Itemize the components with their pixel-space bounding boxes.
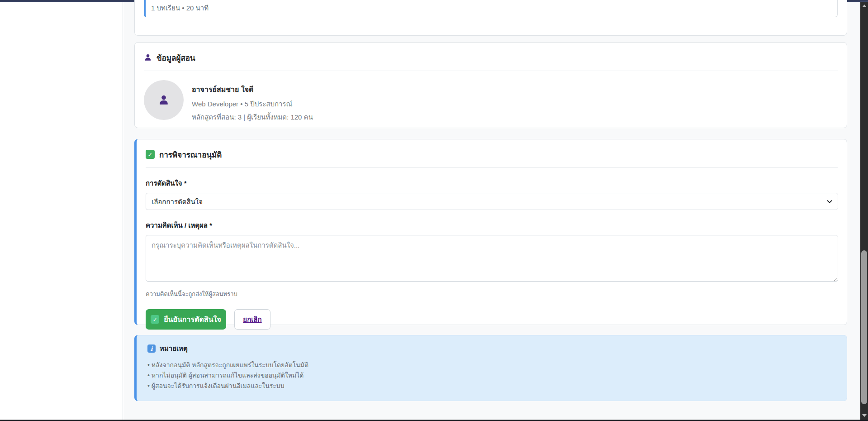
note-header: i หมายเหตุ xyxy=(147,343,836,354)
scrollbar-down-arrow[interactable] xyxy=(860,412,868,419)
course-content-card: 1 บทเรียน • 20 นาที xyxy=(134,0,847,36)
confirm-check-icon: ✓ xyxy=(151,315,159,324)
instructor-name: อาจารย์สมชาย ใจดี xyxy=(192,84,313,95)
note-item: หลังจากอนุมัติ หลักสูตรจะถูกเผยแพร่ในระบ… xyxy=(147,360,836,370)
instructor-card-header: ข้อมูลผู้สอน xyxy=(144,52,838,63)
comment-textarea[interactable] xyxy=(146,235,838,282)
avatar xyxy=(144,80,184,120)
action-buttons: ✓ ยืนยันการตัดสินใจ ยกเลิก xyxy=(146,309,838,330)
scrollbar[interactable] xyxy=(860,2,868,420)
instructor-card-title: ข้อมูลผู้สอน xyxy=(157,52,195,64)
page: 1 บทเรียน • 20 นาที ข้อมูลผู้สอน xyxy=(0,0,868,421)
instructor-subtitle: Web Developer • 5 ปีประสบการณ์ xyxy=(192,99,313,110)
note-card: i หมายเหตุ หลังจากอนุมัติ หลักสูตรจะถูกเ… xyxy=(134,335,847,401)
check-icon: ✓ xyxy=(146,150,155,159)
divider xyxy=(144,71,838,71)
instructor-info: อาจารย์สมชาย ใจดี Web Developer • 5 ปีปร… xyxy=(192,80,313,123)
approval-card: ✓ การพิจารณาอนุมัติ การตัดสินใจ * เลือกก… xyxy=(134,139,847,325)
note-title: หมายเหตุ xyxy=(160,343,188,354)
note-item: หากไม่อนุมัติ ผู้สอนสามารถแก้ไขและส่งขออ… xyxy=(147,370,836,381)
lesson-meta: 1 บทเรียน • 20 นาที xyxy=(151,3,832,14)
scrollbar-up-arrow[interactable] xyxy=(860,3,868,9)
decision-label: การตัดสินใจ * xyxy=(146,178,838,189)
divider xyxy=(146,167,838,168)
main-content: 1 บทเรียน • 20 นาที ข้อมูลผู้สอน xyxy=(123,2,860,420)
instructor-stats: หลักสูตรที่สอน: 3 | ผู้เรียนทั้งหมด: 120… xyxy=(192,112,313,123)
approval-card-header: ✓ การพิจารณาอนุมัติ xyxy=(146,148,838,160)
decision-select-wrap: เลือกการตัดสินใจ xyxy=(146,193,838,210)
decision-select[interactable]: เลือกการตัดสินใจ xyxy=(146,193,838,210)
comment-help-text: ความคิดเห็นนี้จะถูกส่งให้ผู้สอนทราบ xyxy=(146,289,838,299)
info-icon: i xyxy=(147,344,156,353)
avatar-person-icon xyxy=(158,94,170,106)
confirm-button-label: ยืนยันการตัดสินใจ xyxy=(164,314,221,325)
lesson-item: 1 บทเรียน • 20 นาที xyxy=(144,0,838,17)
sidebar xyxy=(0,2,123,420)
confirm-decision-button[interactable]: ✓ ยืนยันการตัดสินใจ xyxy=(146,309,226,330)
approval-card-title: การพิจารณาอนุมัติ xyxy=(159,148,222,161)
cancel-button[interactable]: ยกเลิก xyxy=(234,309,270,330)
instructor-body: อาจารย์สมชาย ใจดี Web Developer • 5 ปีปร… xyxy=(144,80,838,123)
note-item: ผู้สอนจะได้รับการแจ้งเตือนผ่านอีเมลและใน… xyxy=(147,381,836,391)
instructor-card: ข้อมูลผู้สอน อาจารย์สมชาย ใจดี Web Devel… xyxy=(134,42,847,128)
comment-label: ความคิดเห็น / เหตุผล * xyxy=(146,220,838,231)
person-icon xyxy=(144,53,152,62)
scrollbar-thumb[interactable] xyxy=(861,250,867,404)
note-list: หลังจากอนุมัติ หลักสูตรจะถูกเผยแพร่ในระบ… xyxy=(147,360,836,391)
